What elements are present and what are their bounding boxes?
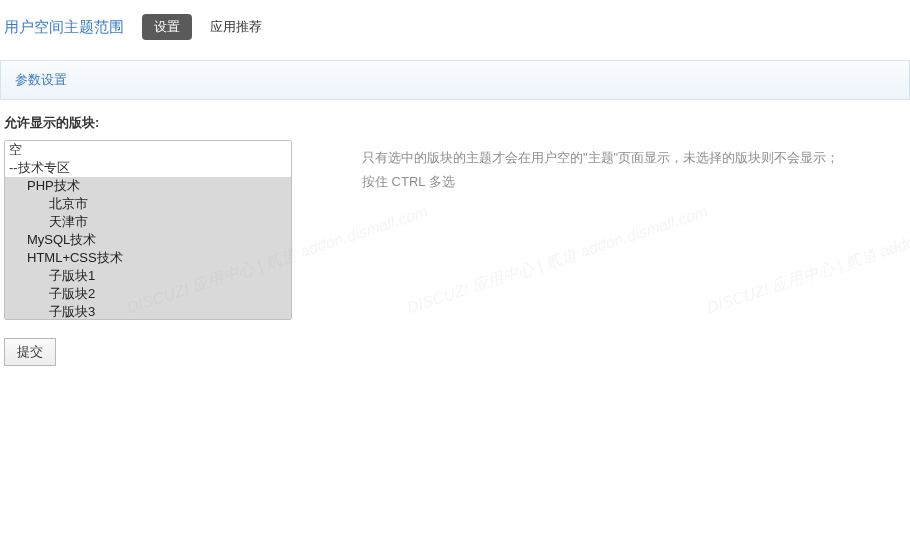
hint-text: 只有选中的版块的主题才会在用户空的"主题"页面显示，未选择的版块则不会显示； 按… [362,140,839,194]
tab-app-recommend[interactable]: 应用推荐 [210,18,262,36]
allowed-forums-select[interactable]: 空--技术专区PHP技术北京市天津市MySQL技术HTML+CSS技术子版块1子… [4,140,292,320]
select-option[interactable]: --技术专区 [5,159,291,177]
select-option[interactable]: 子版块2 [5,285,291,303]
section-title: 参数设置 [0,60,910,100]
select-option[interactable]: MySQL技术 [5,231,291,249]
select-option[interactable]: PHP技术 [5,177,291,195]
select-option[interactable]: 子版块3 [5,303,291,320]
submit-button[interactable]: 提交 [4,338,56,366]
select-option[interactable]: 子版块1 [5,267,291,285]
field-label-allowed-forums: 允许显示的版块: [0,100,910,140]
select-option[interactable]: 北京市 [5,195,291,213]
hint-line-1: 只有选中的版块的主题才会在用户空的"主题"页面显示，未选择的版块则不会显示； [362,146,839,170]
page-title: 用户空间主题范围 [4,18,124,37]
tab-settings[interactable]: 设置 [142,14,192,40]
select-option[interactable]: 空 [5,141,291,159]
select-option[interactable]: HTML+CSS技术 [5,249,291,267]
select-option[interactable]: 天津市 [5,213,291,231]
hint-line-2: 按住 CTRL 多选 [362,170,839,194]
